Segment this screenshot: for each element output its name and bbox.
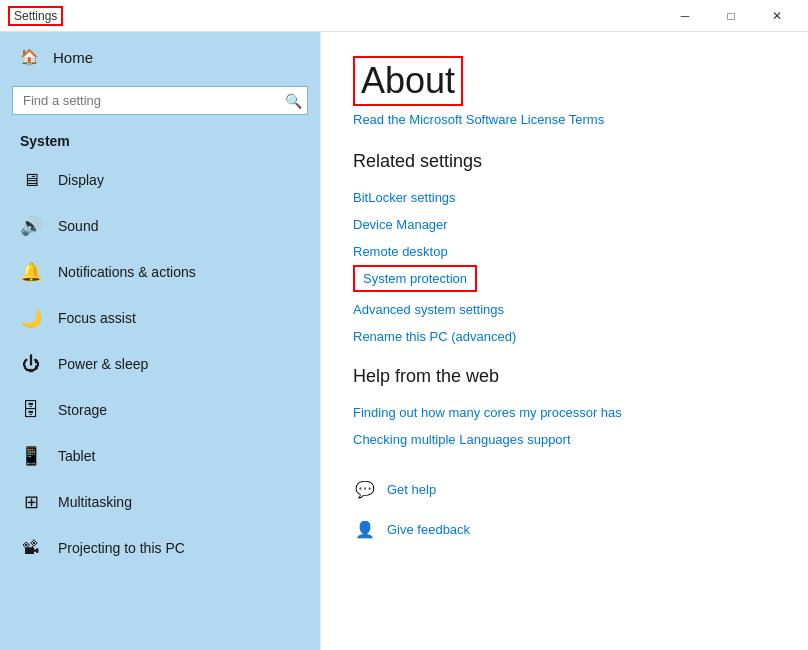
- link-device-manager[interactable]: Device Manager: [353, 211, 776, 238]
- sound-icon: 🔊: [20, 215, 42, 237]
- help-from-web-heading: Help from the web: [353, 366, 776, 387]
- sidebar-section-title: System: [0, 127, 320, 157]
- sidebar-item-label: Sound: [58, 218, 98, 234]
- app-title: Settings: [8, 6, 63, 26]
- title-bar-controls: ─ □ ✕: [662, 0, 800, 32]
- link-advanced-system[interactable]: Advanced system settings: [353, 296, 776, 323]
- sidebar-item-notifications[interactable]: 🔔 Notifications & actions: [0, 249, 320, 295]
- sidebar-home-label: Home: [53, 49, 93, 66]
- sidebar-search: 🔍: [12, 86, 308, 115]
- multitasking-icon: ⊞: [20, 491, 42, 513]
- sidebar-item-label: Notifications & actions: [58, 264, 196, 280]
- home-icon: 🏠: [20, 48, 39, 66]
- notifications-icon: 🔔: [20, 261, 42, 283]
- give-feedback-row: 👤 Give feedback: [353, 509, 776, 549]
- search-input[interactable]: [12, 86, 308, 115]
- sidebar: 🏠 Home 🔍 System 🖥 Display 🔊 Sound 🔔 Noti…: [0, 32, 320, 650]
- get-help-row: 💬 Get help: [353, 469, 776, 509]
- sidebar-item-label: Multitasking: [58, 494, 132, 510]
- sidebar-item-home[interactable]: 🏠 Home: [0, 32, 320, 82]
- link-remote-desktop[interactable]: Remote desktop: [353, 238, 776, 265]
- link-bitlocker[interactable]: BitLocker settings: [353, 184, 776, 211]
- sidebar-item-focus-assist[interactable]: 🌙 Focus assist: [0, 295, 320, 341]
- give-feedback-link[interactable]: Give feedback: [387, 522, 470, 537]
- sidebar-item-label: Focus assist: [58, 310, 136, 326]
- sidebar-item-tablet[interactable]: 📱 Tablet: [0, 433, 320, 479]
- minimize-button[interactable]: ─: [662, 0, 708, 32]
- page-title: About: [353, 56, 463, 106]
- link-languages[interactable]: Checking multiple Languages support: [353, 426, 776, 453]
- close-button[interactable]: ✕: [754, 0, 800, 32]
- maximize-button[interactable]: □: [708, 0, 754, 32]
- link-rename-pc[interactable]: Rename this PC (advanced): [353, 323, 776, 350]
- give-feedback-icon: 👤: [353, 517, 377, 541]
- search-button[interactable]: 🔍: [285, 93, 302, 109]
- related-settings-heading: Related settings: [353, 151, 776, 172]
- sidebar-item-display[interactable]: 🖥 Display: [0, 157, 320, 203]
- sidebar-item-storage[interactable]: 🗄 Storage: [0, 387, 320, 433]
- sidebar-item-label: Storage: [58, 402, 107, 418]
- get-help-icon: 💬: [353, 477, 377, 501]
- help-section: 💬 Get help 👤 Give feedback: [353, 469, 776, 549]
- sidebar-item-projecting[interactable]: 📽 Projecting to this PC: [0, 525, 320, 571]
- focus-assist-icon: 🌙: [20, 307, 42, 329]
- sidebar-item-sound[interactable]: 🔊 Sound: [0, 203, 320, 249]
- link-processor-cores[interactable]: Finding out how many cores my processor …: [353, 399, 776, 426]
- sidebar-item-power-sleep[interactable]: ⏻ Power & sleep: [0, 341, 320, 387]
- app-container: 🏠 Home 🔍 System 🖥 Display 🔊 Sound 🔔 Noti…: [0, 32, 808, 650]
- storage-icon: 🗄: [20, 399, 42, 421]
- sidebar-item-multitasking[interactable]: ⊞ Multitasking: [0, 479, 320, 525]
- projecting-icon: 📽: [20, 537, 42, 559]
- get-help-link[interactable]: Get help: [387, 482, 436, 497]
- title-bar-left: Settings: [8, 6, 63, 26]
- sidebar-item-label: Power & sleep: [58, 356, 148, 372]
- sidebar-item-label: Tablet: [58, 448, 95, 464]
- sidebar-item-label: Projecting to this PC: [58, 540, 185, 556]
- power-sleep-icon: ⏻: [20, 353, 42, 375]
- subtitle-link[interactable]: Read the Microsoft Software License Term…: [353, 112, 776, 127]
- sidebar-item-label: Display: [58, 172, 104, 188]
- tablet-icon: 📱: [20, 445, 42, 467]
- display-icon: 🖥: [20, 169, 42, 191]
- main-content: About Read the Microsoft Software Licens…: [320, 32, 808, 650]
- link-system-protection[interactable]: System protection: [353, 265, 477, 292]
- title-bar: Settings ─ □ ✕: [0, 0, 808, 32]
